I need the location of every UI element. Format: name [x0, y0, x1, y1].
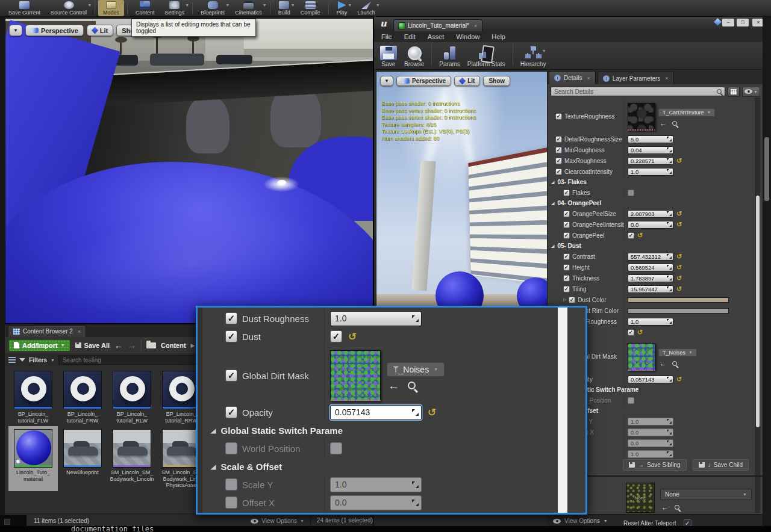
browse-to-asset-icon[interactable] [408, 382, 416, 389]
texture-asset-dropdown[interactable]: T_Noises▼ [387, 362, 445, 377]
pin-gem-icon[interactable] [714, 18, 722, 26]
asset-tile-bp-lincoln[interactable]: BP_Lincoln_tutorial_FRW [58, 368, 107, 426]
close-tab-icon[interactable]: × [665, 75, 668, 81]
param-value-input[interactable]: 0.04 [628, 146, 673, 154]
maximize-button[interactable]: □ [737, 19, 749, 26]
param-value-checkbox[interactable] [628, 190, 634, 196]
save-child-button[interactable]: ↓Save Child [693, 459, 749, 471]
right-scrollbar-handle[interactable] [764, 137, 769, 201]
param-value-input[interactable]: 1.0 [330, 477, 422, 492]
tab-details[interactable]: iDetails× [549, 71, 596, 84]
details-scrollbar-handle[interactable] [756, 196, 760, 427]
search-details-input[interactable]: Search Details [551, 87, 725, 96]
param-value-input[interactable]: 0.0 [628, 221, 673, 229]
param-enable-checkbox[interactable]: ✓ [563, 232, 570, 239]
asset-tile-lincoln-tuto[interactable]: ✱Lincoln_Tuto_material [8, 426, 58, 491]
param-enable-checkbox[interactable]: ✓ [225, 406, 237, 418]
use-selected-icon[interactable]: ← [660, 360, 667, 367]
level-viewport[interactable]: ▼ Perspective Lit Show [5, 18, 373, 324]
layer-none-thumbnail[interactable]: None [626, 483, 655, 513]
param-enable-checkbox[interactable] [225, 496, 237, 509]
forward-arrow-icon[interactable]: → [128, 341, 136, 350]
save-sibling-button[interactable]: →Save Sibling [623, 459, 687, 471]
use-selected-icon[interactable]: ← [660, 120, 667, 127]
toolbar-button-modes[interactable]: Modes [98, 0, 124, 16]
reset-to-default-icon[interactable]: ↺ [676, 286, 682, 292]
preview-lit-button[interactable]: Lit [454, 76, 480, 86]
color-swatch[interactable] [628, 308, 729, 314]
param-value-input[interactable]: 1.783897 [628, 274, 673, 282]
param-value-input[interactable]: 557.432312 [628, 253, 673, 261]
close-tab-icon[interactable]: × [587, 75, 590, 81]
expander-icon[interactable]: ▷ [563, 297, 566, 302]
minimize-button[interactable]: − [722, 19, 734, 26]
param-enable-checkbox[interactable]: ✓ [555, 169, 562, 175]
param-enable-checkbox[interactable]: ✓ [225, 370, 237, 382]
param-enable-checkbox[interactable] [225, 478, 237, 490]
reset-to-default-icon[interactable]: ↺ [676, 158, 682, 164]
param-value-checkbox[interactable]: ✓ [330, 330, 342, 342]
param-section-05-dust[interactable]: ◢05- Dust [548, 241, 755, 251]
browse-to-asset-icon[interactable] [672, 361, 677, 366]
params-button[interactable]: Params [439, 46, 460, 67]
menu-help[interactable]: Help [492, 33, 505, 40]
save-all-button[interactable]: Save All [75, 342, 110, 349]
param-value-input[interactable]: 0.057143 [628, 376, 673, 383]
layer-asset-dropdown[interactable]: None▼ [660, 489, 752, 500]
param-enable-checkbox[interactable]: ✓ [555, 158, 562, 164]
param-value-input[interactable]: 5.0 [628, 135, 673, 143]
toolbar-button-build[interactable]: Build▼ [273, 0, 295, 16]
param-enable-checkbox[interactable]: ✓ [569, 297, 575, 303]
param-value-input[interactable]: 15.957847 [628, 285, 673, 293]
preview-show-button[interactable]: Show [483, 76, 510, 86]
tab-layer-parameters[interactable]: iLayer Parameters× [598, 72, 674, 84]
menu-edit[interactable]: Edit [404, 33, 416, 40]
breadcrumb-content[interactable]: Content [161, 342, 186, 349]
toolbar-button-play[interactable]: Play▼ [332, 0, 352, 16]
toolbar-button-launch[interactable]: Launch▼ [352, 0, 380, 16]
asset-tile-newblueprint[interactable]: NewBlueprint [58, 426, 107, 491]
param-value-input[interactable]: 0.0 [330, 495, 422, 510]
param-value-input[interactable]: 1.0 [330, 311, 422, 326]
menu-asset[interactable]: Asset [428, 33, 445, 40]
param-value-input[interactable]: 1.0 [628, 450, 673, 458]
material-preview-viewport[interactable]: ▼ Perspective Lit Show Base pass shader:… [376, 71, 548, 307]
param-value-input[interactable]: 0.228571 [628, 157, 673, 165]
browse-to-asset-icon[interactable] [672, 121, 677, 126]
asset-tile-bp-lincoln[interactable]: BP_Lincoln_tutorial_FLW [8, 368, 58, 426]
use-selected-icon[interactable]: ← [661, 504, 669, 511]
param-enable-checkbox[interactable]: ✓ [563, 253, 570, 260]
close-tab-icon[interactable]: × [78, 329, 81, 335]
perspective-button[interactable]: Perspective [25, 25, 84, 36]
reset-to-default-icon[interactable]: ↺ [676, 253, 682, 260]
param-value-checkbox[interactable]: ✓ [628, 232, 634, 239]
lit-button[interactable]: Lit [87, 25, 113, 36]
texture-thumbnail[interactable] [628, 343, 655, 371]
toolbar-button-cinematics[interactable]: Cinematics▼ [230, 0, 267, 16]
content-browser-tab[interactable]: Content Browser 2 × [8, 325, 86, 337]
param-enable-checkbox[interactable]: ✓ [555, 113, 562, 120]
back-arrow-icon[interactable]: ← [114, 341, 123, 350]
hierarchy-button[interactable]: Hierarchy▼ [520, 46, 546, 67]
view-options-button[interactable]: View Options ▼ [251, 518, 304, 524]
param-enable-checkbox[interactable]: ✓ [563, 190, 570, 196]
toolbar-button-compile[interactable]: Compile [296, 0, 325, 16]
add-import-button[interactable]: Add/Import ▼ [8, 339, 70, 351]
reset-to-default-icon[interactable]: ↺ [637, 329, 643, 336]
menu-file[interactable]: File [381, 33, 392, 40]
param-value-input[interactable]: 0.0 [628, 428, 673, 436]
reset-to-default-icon[interactable]: ↺ [676, 211, 682, 217]
param-section-global-static-switch-parame[interactable]: ◢Global Static Switch Parame [204, 421, 554, 439]
param-enable-checkbox[interactable]: ✓ [225, 330, 237, 342]
texture-thumbnail[interactable] [628, 103, 655, 131]
display-mode-button[interactable] [728, 87, 740, 97]
reset-to-default-icon[interactable]: ↺ [676, 275, 682, 282]
menu-window[interactable]: Window [456, 33, 479, 40]
param-value-input[interactable]: 2.007903 [628, 210, 673, 218]
save-button[interactable]: Save [380, 46, 397, 67]
preview-perspective-button[interactable]: Perspective [396, 76, 451, 86]
param-value-input[interactable]: 0.0 [628, 439, 673, 447]
param-enable-checkbox[interactable]: ✓ [563, 211, 570, 217]
popup-scrollbar[interactable] [558, 308, 567, 513]
texture-asset-dropdown[interactable]: T_Noises▼ [658, 348, 697, 357]
